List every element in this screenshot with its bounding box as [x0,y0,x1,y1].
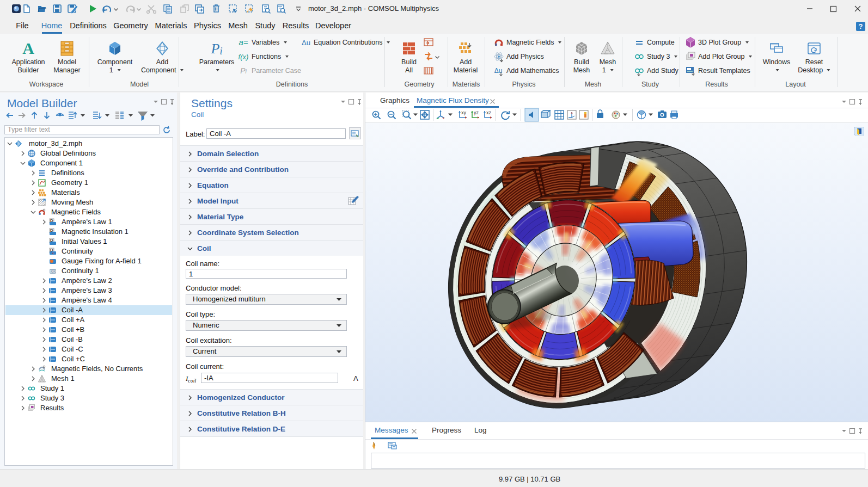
svg-text:+: + [494,42,497,48]
svg-text:Pi: Pi [240,66,247,75]
svg-text:f(x): f(x) [239,53,249,61]
svg-text:xz: xz [486,110,492,115]
svg-text:Pi: Pi [211,41,223,57]
svg-text:xy: xy [461,110,467,115]
svg-text:DO: DO [50,269,56,273]
svg-text:yz: yz [474,110,479,115]
svg-text:A: A [22,39,34,57]
svg-text:×: × [52,251,54,255]
svg-text:Δu: Δu [302,39,310,47]
svg-text:a=: a= [239,38,248,47]
